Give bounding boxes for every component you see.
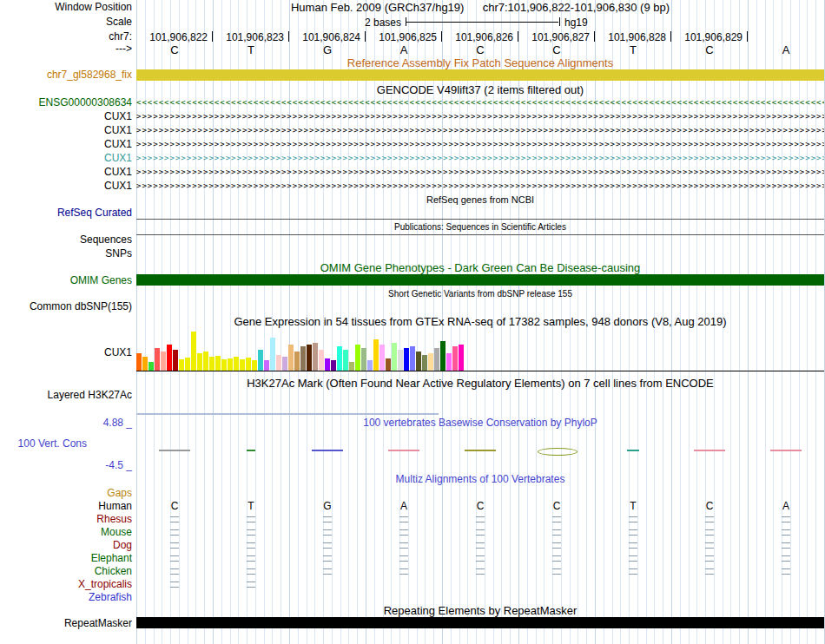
gtex-bar[interactable] (428, 353, 433, 371)
gtex-bar[interactable] (228, 358, 233, 371)
publications-track-baseline[interactable] (136, 234, 824, 235)
refseq-curated-label[interactable]: RefSeq Curated (0, 207, 132, 219)
gtex-bar[interactable] (343, 350, 348, 371)
species-label[interactable]: X_tropicalis (0, 578, 132, 590)
gene-line[interactable]: >>>>>>>>>>>>>>>>>>>>>>>>>>>>>>>>>>>>>>>>… (136, 168, 824, 176)
gtex-bar[interactable] (349, 362, 354, 371)
genome-browser-image[interactable]: Window Position Human Feb. 2009 (GRCh37/… (0, 0, 825, 644)
gtex-bar[interactable] (252, 360, 257, 371)
species-label[interactable]: Rhesus (0, 513, 132, 525)
species-label[interactable]: Elephant (0, 552, 132, 564)
gtex-bar[interactable] (404, 348, 409, 371)
gtex-bar[interactable] (148, 362, 154, 371)
omim-gene-bar[interactable] (136, 274, 824, 286)
gtex-bar[interactable] (142, 357, 148, 371)
gtex-bar[interactable] (282, 357, 287, 371)
conservation-mark[interactable] (312, 450, 343, 451)
gene-line[interactable]: >>>>>>>>>>>>>>>>>>>>>>>>>>>>>>>>>>>>>>>>… (136, 126, 824, 135)
gene-label[interactable]: CUX1 (0, 152, 132, 164)
gene-label[interactable]: CUX1 (0, 110, 132, 122)
gtex-bar[interactable] (361, 348, 366, 371)
gene-label[interactable]: CUX1 (0, 166, 132, 178)
conservation-mark[interactable] (627, 450, 639, 451)
gtex-bar[interactable] (179, 359, 184, 371)
h3k27ac-label[interactable]: Layered H3K27Ac (0, 390, 132, 401)
gtex-bar[interactable] (246, 358, 251, 371)
gtex-bar[interactable] (167, 345, 172, 371)
gtex-bar[interactable] (422, 355, 427, 371)
gtex-bar[interactable] (313, 343, 318, 371)
gene-line[interactable]: >>>>>>>>>>>>>>>>>>>>>>>>>>>>>>>>>>>>>>>>… (136, 154, 824, 162)
gtex-bar[interactable] (185, 358, 190, 371)
gene-label[interactable]: ENSG00000308634 (0, 96, 132, 108)
conservation-mark[interactable] (159, 450, 190, 451)
fix-patch-label[interactable]: chr7_gl582968_fix (0, 69, 132, 81)
gene-line[interactable]: >>>>>>>>>>>>>>>>>>>>>>>>>>>>>>>>>>>>>>>>… (136, 181, 824, 190)
conservation-mark[interactable] (247, 450, 255, 451)
phylop-track-label[interactable]: 100 Vert. Cons (0, 438, 87, 450)
conservation-mark[interactable] (538, 448, 578, 456)
conservation-mark[interactable] (770, 450, 802, 451)
species-label[interactable]: Chicken (0, 565, 132, 577)
gene-line[interactable]: >>>>>>>>>>>>>>>>>>>>>>>>>>>>>>>>>>>>>>>>… (136, 140, 824, 148)
gtex-bar[interactable] (331, 360, 336, 371)
sequences-label[interactable]: Sequences (0, 234, 132, 246)
gtex-bar[interactable] (434, 348, 439, 371)
gtex-bar[interactable] (270, 338, 275, 371)
gtex-bar[interactable] (203, 352, 208, 371)
omim-genes-label[interactable]: OMIM Genes (0, 275, 132, 286)
gtex-bar[interactable] (300, 346, 306, 371)
h3k27ac-signal[interactable] (136, 413, 439, 415)
species-label[interactable]: Zebrafish (0, 591, 132, 603)
gene-label[interactable]: CUX1 (0, 138, 132, 150)
gtex-bar[interactable] (240, 359, 245, 371)
gene-label[interactable]: CUX1 (0, 180, 132, 192)
snps-label[interactable]: SNPs (0, 248, 132, 260)
species-label[interactable]: Human (0, 500, 132, 512)
repeatmasker-bar[interactable] (136, 617, 824, 628)
gtex-bar[interactable] (136, 353, 142, 371)
dbsnp-label[interactable]: Common dbSNP(155) (0, 301, 132, 312)
gtex-bar[interactable] (319, 350, 324, 371)
gtex-bar[interactable] (440, 341, 446, 371)
gtex-bar[interactable] (337, 346, 342, 371)
gtex-bar[interactable] (307, 345, 312, 371)
fix-patch-bar[interactable] (136, 69, 824, 81)
species-label[interactable]: Dog (0, 539, 132, 551)
gtex-bar[interactable] (459, 345, 464, 371)
gtex-bar[interactable] (288, 345, 294, 371)
conservation-mark[interactable] (388, 450, 419, 451)
gtex-bar[interactable] (367, 360, 373, 371)
repeatmasker-label[interactable]: RepeatMasker (0, 618, 132, 629)
refseq-track-baseline[interactable] (136, 219, 824, 220)
gtex-gene-label[interactable]: CUX1 (0, 347, 132, 358)
gtex-bar[interactable] (234, 357, 239, 371)
gtex-bar[interactable] (392, 343, 397, 371)
gtex-bar[interactable] (386, 358, 391, 371)
gtex-bar[interactable] (161, 352, 166, 371)
gtex-bar[interactable] (258, 350, 263, 371)
conservation-mark[interactable] (465, 450, 496, 451)
gtex-bar[interactable] (215, 356, 221, 371)
gtex-bar[interactable] (191, 332, 196, 371)
gtex-bar[interactable] (294, 352, 300, 371)
gene-line[interactable]: <<<<<<<<<<<<<<<<<<<<<<<<<<<<<<<<<<<<<<<<… (136, 98, 824, 107)
gtex-bar[interactable] (209, 357, 214, 371)
gtex-bar[interactable] (446, 353, 452, 371)
gtex-bar[interactable] (416, 352, 421, 371)
gtex-bar[interactable] (264, 360, 269, 371)
gtex-bar[interactable] (173, 350, 178, 371)
gtex-bar[interactable] (197, 353, 202, 371)
gtex-bar[interactable] (398, 350, 403, 371)
species-label[interactable]: Gaps (0, 487, 132, 499)
gtex-bar[interactable] (276, 355, 281, 371)
gtex-bar[interactable] (410, 346, 415, 371)
gene-line[interactable]: >>>>>>>>>>>>>>>>>>>>>>>>>>>>>>>>>>>>>>>>… (136, 112, 824, 121)
gtex-bar[interactable] (355, 345, 360, 371)
gtex-bar[interactable] (380, 345, 385, 371)
gtex-bar[interactable] (155, 348, 160, 371)
gene-label[interactable]: CUX1 (0, 124, 132, 136)
species-label[interactable]: Mouse (0, 526, 132, 538)
conservation-mark[interactable] (694, 450, 725, 451)
gtex-bar[interactable] (373, 339, 379, 371)
